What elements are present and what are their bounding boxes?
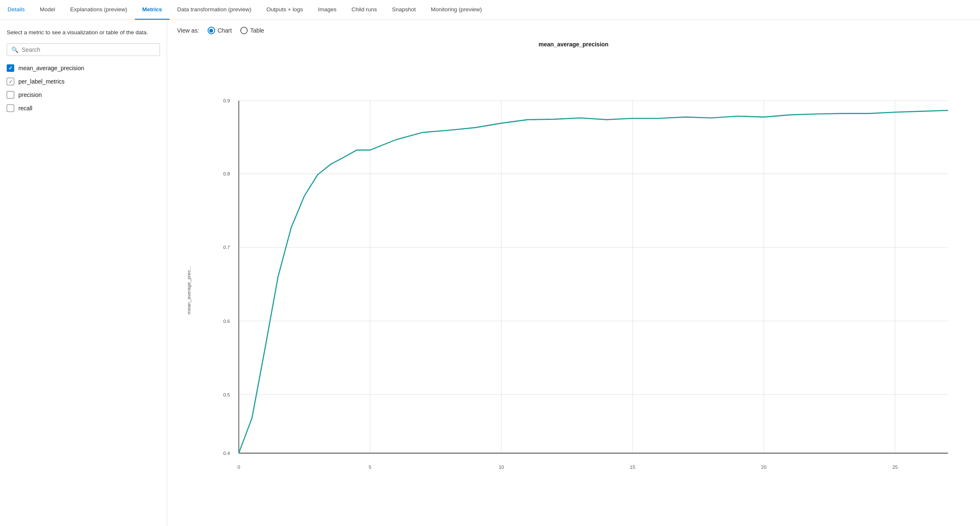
chart-container: mean_average_precision (177, 41, 970, 519)
checkbox-recall[interactable] (7, 104, 14, 112)
sidebar-description: Select a metric to see a visualization o… (7, 28, 160, 37)
radio-chart[interactable] (208, 27, 215, 34)
tab-outputs-logs[interactable]: Outputs + logs (259, 0, 310, 20)
radio-table-label: Table (250, 27, 264, 34)
metric-item-per-label-metrics[interactable]: per_label_metrics (7, 78, 160, 85)
tab-child-runs[interactable]: Child runs (344, 0, 384, 20)
metric-label-recall: recall (18, 105, 32, 112)
svg-text:20: 20 (761, 465, 767, 470)
tab-snapshot[interactable]: Snapshot (384, 0, 423, 20)
svg-text:0.6: 0.6 (223, 319, 230, 324)
tab-images[interactable]: Images (310, 0, 344, 20)
view-chart-option[interactable]: Chart (208, 27, 232, 34)
chart-svg: 0.9 0.8 0.7 0.6 0.5 0.4 0 5 10 15 20 25 … (177, 51, 970, 526)
checkbox-per-label-metrics[interactable] (7, 78, 14, 85)
tab-model[interactable]: Model (32, 0, 63, 20)
search-icon: 🔍 (11, 46, 18, 53)
search-input[interactable] (22, 46, 155, 53)
radio-chart-label: Chart (218, 27, 232, 34)
tab-explanations[interactable]: Explanations (preview) (63, 0, 135, 20)
view-table-option[interactable]: Table (240, 27, 264, 34)
tab-data-transformation[interactable]: Data transformation (preview) (170, 0, 259, 20)
tab-monitoring[interactable]: Monitoring (preview) (423, 0, 489, 20)
svg-text:5: 5 (369, 465, 371, 470)
svg-text:0.7: 0.7 (223, 245, 230, 250)
checkbox-precision[interactable] (7, 91, 14, 99)
main-layout: Select a metric to see a visualization o… (0, 20, 980, 526)
metric-list: mean_average_precision per_label_metrics… (7, 64, 160, 112)
svg-text:0.8: 0.8 (223, 171, 230, 176)
tab-details[interactable]: Details (0, 0, 32, 20)
chart-area: View as: Chart Table mean_average_precis… (167, 20, 980, 526)
chart-title: mean_average_precision (177, 41, 970, 48)
svg-text:0.5: 0.5 (223, 392, 230, 397)
svg-text:0.4: 0.4 (223, 451, 230, 456)
metric-label-mean-average-precision: mean_average_precision (18, 65, 84, 71)
metric-item-recall[interactable]: recall (7, 104, 160, 112)
sidebar: Select a metric to see a visualization o… (0, 20, 167, 526)
svg-text:10: 10 (499, 465, 504, 470)
svg-text:15: 15 (630, 465, 635, 470)
svg-text:0: 0 (237, 465, 240, 470)
search-box[interactable]: 🔍 (7, 43, 160, 56)
metric-label-precision: precision (18, 91, 42, 98)
metric-item-mean-average-precision[interactable]: mean_average_precision (7, 64, 160, 72)
metric-label-per-label-metrics: per_label_metrics (18, 78, 65, 85)
view-as-row: View as: Chart Table (177, 27, 970, 34)
radio-table[interactable] (240, 27, 248, 34)
tab-metrics[interactable]: Metrics (135, 0, 170, 20)
top-nav: Details Model Explanations (preview) Met… (0, 0, 980, 20)
metric-item-precision[interactable]: precision (7, 91, 160, 99)
svg-text:mean_average_prec...: mean_average_prec... (186, 266, 191, 315)
checkbox-mean-average-precision[interactable] (7, 64, 14, 72)
svg-text:0.9: 0.9 (223, 98, 230, 103)
view-as-label: View as: (177, 27, 199, 34)
svg-text:25: 25 (892, 465, 898, 470)
